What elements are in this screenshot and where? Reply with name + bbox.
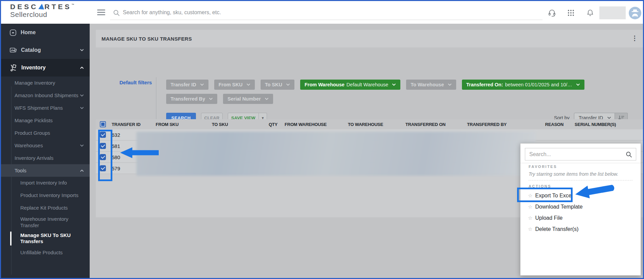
page-actions-kebab-icon[interactable]: ⋮ — [631, 35, 638, 42]
global-search-input[interactable] — [123, 7, 529, 18]
column-header-to-sku: TO SKU — [210, 122, 265, 127]
user-avatar[interactable] — [629, 7, 641, 19]
search-icon[interactable] — [625, 151, 632, 159]
filter-chip-to-warehouse[interactable]: To Warehouse — [406, 80, 456, 90]
top-bar: DESCRTES™ Sellercloud — [1, 1, 643, 24]
chevron-down-icon — [80, 94, 84, 97]
sidebar-item-label: Manage SKU To SKU Transfers — [20, 232, 83, 245]
sidebar-item-product-inventory-imports[interactable]: Product Inventory Imports — [1, 189, 90, 202]
filter-chip-transferred-by[interactable]: Transferred By — [166, 94, 217, 104]
catalog-icon — [9, 47, 17, 54]
column-header-from-warehouse: FROM WAREHOUSE — [283, 122, 346, 127]
support-headset-icon[interactable] — [548, 9, 556, 17]
home-icon — [9, 29, 17, 36]
menu-item-download-template[interactable]: ☆Download Template — [520, 201, 641, 212]
sidebar-item-tools[interactable]: Tools — [1, 164, 90, 177]
row-checkbox[interactable] — [100, 143, 106, 149]
default-filters-link[interactable]: Default filters — [119, 80, 152, 85]
filter-chip-transfer-id[interactable]: Transfer ID — [166, 80, 208, 90]
filter-chip-row-2: Transferred BySerial Number — [166, 94, 273, 104]
chevron-down-icon — [576, 83, 580, 86]
sidebar-item-label: Import Inventory Info — [20, 180, 67, 186]
sidebar-item-wfs-shipment-plans[interactable]: WFS Shipment Plans — [1, 102, 90, 114]
redacted-row-data — [136, 132, 536, 176]
notifications-bell-icon[interactable] — [586, 9, 594, 17]
sidebar-item-unfillable-products[interactable]: Unfillable Products — [1, 246, 90, 259]
chevron-down-icon — [607, 116, 611, 119]
sidebar-item-product-groups[interactable]: Product Groups — [1, 127, 90, 139]
sidebar-item-inventory-arrivals[interactable]: Inventory Arrivals — [1, 152, 90, 164]
sidebar-item-import-inventory-info[interactable]: Import Inventory Info — [1, 177, 90, 189]
menu-item-upload-file[interactable]: ☆Upload File — [520, 212, 641, 223]
menu-search-input[interactable] — [525, 148, 620, 160]
filters-divider — [156, 77, 156, 125]
sidebar-item-warehouses[interactable]: Warehouses — [1, 139, 90, 152]
chip-label: To SKU — [265, 82, 282, 87]
global-search — [110, 6, 542, 20]
chip-label: Transfer ID — [171, 82, 196, 87]
apps-grid-icon[interactable] — [567, 9, 575, 17]
brand-logo[interactable]: DESCRTES™ Sellercloud — [10, 3, 74, 18]
sidebar-item-label: Warehouses — [15, 143, 43, 148]
chevron-down-icon — [265, 98, 269, 100]
sidebar-item-manage-sku-to-sku-transfers[interactable]: Manage SKU To SKU Transfers — [1, 231, 90, 247]
sidebar-item-amazon-inbound-shipments[interactable]: Amazon Inbound Shipments — [1, 89, 90, 102]
sidebar-item-warehouse-inventory-transfer[interactable]: Warehouse Inventory Transfer — [1, 214, 90, 231]
table-header-row: TRANSFER IDFROM SKUTO SKUQTYFROM WAREHOU… — [96, 119, 644, 129]
filter-chip-row-1: Transfer IDFrom SKUTo SKUFrom WarehouseD… — [166, 80, 584, 90]
hamburger-menu-icon[interactable] — [97, 9, 105, 15]
brand-name: DESCRTES™ — [10, 3, 74, 10]
select-all-checkbox[interactable] — [100, 121, 106, 127]
star-icon[interactable]: ☆ — [528, 204, 532, 210]
sidebar-item-manage-picklists[interactable]: Manage Picklists — [1, 114, 90, 127]
row-checkbox[interactable] — [100, 132, 106, 138]
column-header-transferred-on: TRANSFERRED ON — [404, 122, 465, 127]
filter-chip-to-sku[interactable]: To SKU — [261, 80, 294, 90]
actions-menu-popup: FAVORITES Try starring some items from t… — [520, 143, 641, 276]
sidebar-item-catalog[interactable]: Catalog — [1, 41, 90, 59]
sidebar-item-label: Home — [21, 29, 36, 36]
actions-menu-list: ☆Export To Excel☆Download Template☆Uploa… — [520, 190, 641, 235]
menu-item-label: Upload File — [535, 215, 562, 221]
star-icon[interactable]: ☆ — [528, 193, 532, 199]
chevron-up-icon — [80, 169, 84, 172]
filter-chip-from-warehouse[interactable]: From WarehouseDefault Warehouse — [300, 80, 401, 90]
chip-value: Default Warehouse — [347, 82, 388, 87]
chevron-down-icon — [286, 83, 290, 86]
chip-label: From SKU — [219, 82, 243, 87]
star-icon[interactable]: ☆ — [528, 226, 532, 232]
column-header-qty: QTY — [265, 122, 283, 127]
chip-label: Serial Number — [227, 96, 261, 102]
filter-chip-transferred-on[interactable]: Transferred On:between 01/01/2025 and 10… — [462, 80, 584, 90]
chevron-up-icon — [80, 66, 84, 69]
sidebar-item-label: Inventory Arrivals — [15, 155, 53, 161]
chevron-down-icon — [80, 49, 84, 51]
sidebar-item-label: Inventory — [21, 65, 46, 71]
sidebar-item-manage-inventory[interactable]: Manage Inventory — [1, 77, 90, 89]
menu-item-label: Download Template — [535, 204, 582, 210]
row-checkbox[interactable] — [100, 165, 106, 171]
chip-label: To Warehouse — [410, 82, 444, 87]
column-header-reason: REASON — [536, 122, 573, 127]
descartes-triangle-icon — [38, 4, 44, 9]
sidebar-item-label: Warehouse Inventory Transfer — [20, 216, 83, 229]
row-checkbox[interactable] — [100, 154, 106, 160]
menu-item-delete-transfer-s[interactable]: ☆Delete Transfer(s) — [520, 223, 641, 235]
sidebar-item-home[interactable]: Home — [1, 24, 90, 41]
filter-chip-from-sku[interactable]: From SKU — [214, 80, 255, 90]
sidebar-item-label: Manage Picklists — [15, 117, 53, 123]
chevron-down-icon — [448, 83, 452, 86]
menu-item-label: Delete Transfer(s) — [535, 226, 578, 232]
sidebar-item-label: Amazon Inbound Shipments — [15, 92, 78, 98]
chip-label: Transferred On: — [466, 82, 503, 87]
trademark-mark: ™ — [71, 3, 74, 6]
sidebar-item-replace-kit-products[interactable]: Replace Kit Products — [1, 202, 90, 214]
sidebar-item-inventory[interactable]: Inventory — [1, 59, 90, 77]
redacted-username — [599, 6, 626, 19]
menu-item-label: Export To Excel — [535, 193, 573, 199]
page-title-bar: MANAGE SKU TO SKU TRANSFERS ⋮ — [96, 30, 644, 47]
column-header-from-sku: FROM SKU — [154, 122, 210, 127]
filter-chip-serial-number[interactable]: Serial Number — [223, 94, 273, 104]
star-icon[interactable]: ☆ — [528, 215, 532, 221]
menu-item-export-to-excel[interactable]: ☆Export To Excel — [520, 190, 641, 201]
